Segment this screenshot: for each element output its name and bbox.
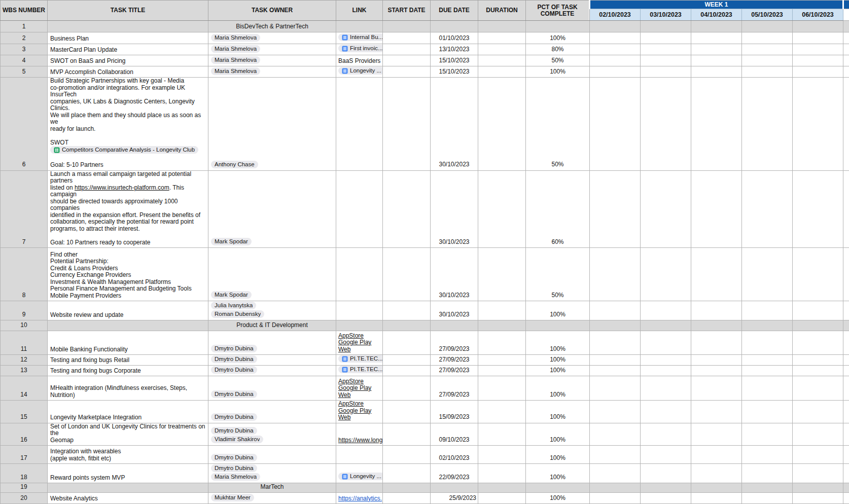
link-cell-6[interactable] <box>336 78 383 171</box>
week1-day3-cell-17[interactable] <box>742 446 793 464</box>
section-cell[interactable] <box>478 483 526 493</box>
week1-day2-cell-6[interactable] <box>691 78 742 171</box>
section-cell[interactable] <box>478 320 526 331</box>
due-date-cell-4[interactable]: 15/10/2023 <box>431 55 478 66</box>
week1-day4-cell-17[interactable] <box>793 446 843 464</box>
link-cell-2[interactable]: Internal Bu... <box>336 32 383 44</box>
week1-day4-cell-5[interactable] <box>793 66 843 78</box>
pct-complete-cell-5[interactable]: 100% <box>526 66 590 78</box>
week1-day0-cell-15[interactable] <box>590 401 641 423</box>
week1-day4-cell-4[interactable] <box>793 55 843 66</box>
week1-day4-cell-13[interactable] <box>793 366 843 376</box>
pct-complete-cell-12[interactable]: 100% <box>526 355 590 366</box>
section-title-cell[interactable]: Product & IT Development <box>208 320 336 331</box>
pct-complete-cell-11[interactable]: 100% <box>526 331 590 355</box>
week1-day2-cell-12[interactable] <box>691 355 742 366</box>
owner-chip[interactable]: Julia Ivanytska <box>211 302 256 309</box>
owner-cell-6[interactable]: Anthony Chase <box>208 78 336 171</box>
owner-chip[interactable]: Dmytro Dubina <box>211 413 257 421</box>
pct-complete-cell-14[interactable]: 100% <box>526 376 590 401</box>
section-cell[interactable] <box>336 21 383 32</box>
due-date-cell-12[interactable]: 27/09/2023 <box>431 355 478 366</box>
week1-day4-cell-7[interactable] <box>793 170 843 248</box>
link-cell-11[interactable]: AppStoreGoogle PlayWeb <box>336 331 383 355</box>
section-title-cell[interactable]: BisDevTech & PartnerTech <box>208 21 336 32</box>
wbs-cell-16[interactable]: 16 <box>1 423 48 446</box>
week1-day3-cell-4[interactable] <box>742 55 793 66</box>
week1-day4-cell-16[interactable] <box>793 423 843 446</box>
owner-chip[interactable]: Maria Shmelova <box>211 473 260 481</box>
owner-cell-5[interactable]: Maria Shmelova <box>208 66 336 78</box>
doc-chip[interactable]: Internal Bu... <box>338 33 383 41</box>
owner-chip[interactable]: Anthony Chase <box>211 161 258 168</box>
owner-chip[interactable]: Maria Shmelova <box>211 56 260 64</box>
start-date-cell-20[interactable] <box>383 493 431 504</box>
start-date-cell-15[interactable] <box>383 401 431 423</box>
start-date-cell-13[interactable] <box>383 366 431 376</box>
wbs-cell-14[interactable]: 14 <box>1 376 48 401</box>
title-cell-5[interactable]: MVP Accomplish Collaboration <box>48 66 208 78</box>
owner-cell-20[interactable]: Mukhtar Meer <box>208 493 336 504</box>
owner-cell-12[interactable]: Dmytro Dubina <box>208 355 336 366</box>
week1-day2-cell-3[interactable] <box>691 44 742 55</box>
start-date-cell-9[interactable] <box>383 301 431 320</box>
section-cell[interactable] <box>590 21 641 32</box>
week1-day1-cell-2[interactable] <box>641 32 691 44</box>
link-cell-18[interactable]: Longevity ... <box>336 464 383 483</box>
wbs-cell-19[interactable]: 19 <box>1 483 48 493</box>
week1-day4-cell-14[interactable] <box>793 376 843 401</box>
start-date-cell-14[interactable] <box>383 376 431 401</box>
link-cell-3[interactable]: First invoic... <box>336 44 383 55</box>
week1-day2-cell-20[interactable] <box>691 493 742 504</box>
pct-complete-cell-17[interactable]: 100% <box>526 446 590 464</box>
link-cell-12[interactable]: PI.TE.TEC... <box>336 355 383 366</box>
duration-cell-14[interactable] <box>478 376 526 401</box>
duration-cell-13[interactable] <box>478 366 526 376</box>
due-date-cell-3[interactable]: 13/10/2023 <box>431 44 478 55</box>
title-cell-11[interactable]: Mobile Banking Functionality <box>48 331 208 355</box>
date-header-3[interactable]: 05/10/2023 <box>742 9 793 21</box>
section-cell[interactable] <box>691 21 742 32</box>
link-cell-7[interactable] <box>336 170 383 248</box>
due-date-cell-9[interactable]: 30/10/2023 <box>431 301 478 320</box>
wbs-cell-9[interactable]: 9 <box>1 301 48 320</box>
duration-cell-4[interactable] <box>478 55 526 66</box>
week1-day3-cell-6[interactable] <box>742 78 793 171</box>
due-date-cell-8[interactable]: 30/10/2023 <box>431 248 478 301</box>
section-cell[interactable] <box>793 483 843 493</box>
duration-cell-7[interactable] <box>478 170 526 248</box>
week1-day2-cell-11[interactable] <box>691 331 742 355</box>
start-date-cell-7[interactable] <box>383 170 431 248</box>
section-cell[interactable] <box>742 21 793 32</box>
duration-cell-6[interactable] <box>478 78 526 171</box>
doc-chip[interactable]: Longevity ... <box>338 67 383 75</box>
week1-day1-cell-16[interactable] <box>641 423 691 446</box>
week1-day4-cell-3[interactable] <box>793 44 843 55</box>
duration-cell-8[interactable] <box>478 248 526 301</box>
week1-day3-cell-20[interactable] <box>742 493 793 504</box>
title-cell-9[interactable]: Website review and update <box>48 301 208 320</box>
owner-chip[interactable]: Dmytro Dubina <box>211 355 257 363</box>
owner-cell-16[interactable]: Dmytro DubinaVladimir Shakirov <box>208 423 336 446</box>
owner-chip[interactable]: Maria Shmelova <box>211 45 260 53</box>
section-cell[interactable] <box>431 483 478 493</box>
pct-complete-cell-8[interactable]: 50% <box>526 248 590 301</box>
due-date-cell-15[interactable]: 15/09/2023 <box>431 401 478 423</box>
start-date-cell-16[interactable] <box>383 423 431 446</box>
doc-chip[interactable]: Longevity ... <box>338 473 383 480</box>
owner-chip[interactable]: Dmytro Dubina <box>211 427 257 435</box>
owner-cell-11[interactable]: Dmytro Dubina <box>208 331 336 355</box>
title-cell-4[interactable]: SWOT on BaaS and Pricing <box>48 55 208 66</box>
link[interactable]: Web <box>338 414 350 421</box>
wbs-cell-2[interactable]: 2 <box>1 32 48 44</box>
week1-day3-cell-16[interactable] <box>742 423 793 446</box>
wbs-cell-7[interactable]: 7 <box>1 170 48 248</box>
wbs-cell-6[interactable]: 6 <box>1 78 48 171</box>
wbs-cell-15[interactable]: 15 <box>1 401 48 423</box>
duration-cell-3[interactable] <box>478 44 526 55</box>
link[interactable]: AppStore <box>338 378 364 385</box>
owner-cell-15[interactable]: Dmytro Dubina <box>208 401 336 423</box>
week1-day3-cell-15[interactable] <box>742 401 793 423</box>
week1-day1-cell-20[interactable] <box>641 493 691 504</box>
section-cell[interactable] <box>742 320 793 331</box>
